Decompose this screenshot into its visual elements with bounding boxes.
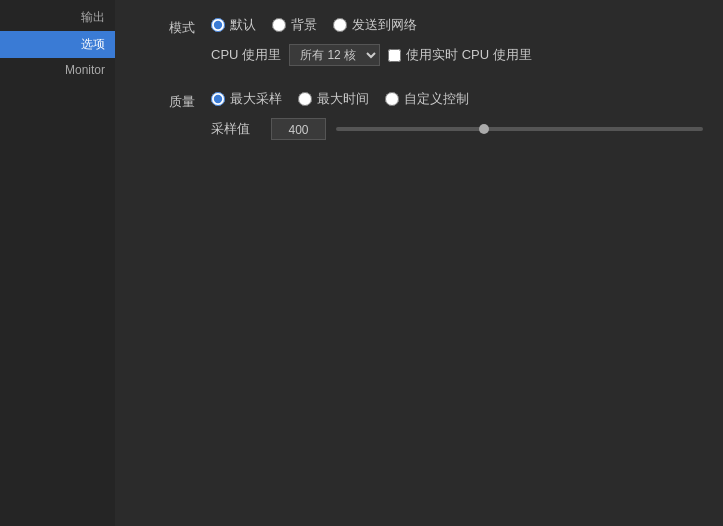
radio-max-sample[interactable]: 最大采样 (211, 90, 282, 108)
mode-label: 模式 (135, 16, 195, 37)
radio-background[interactable]: 背景 (272, 16, 317, 34)
sidebar: 输出 选项 Monitor (0, 0, 115, 526)
cpu-cores-select[interactable]: 所有 12 核 (289, 44, 380, 66)
realtime-cpu-label: 使用实时 CPU 使用里 (406, 46, 532, 64)
radio-default[interactable]: 默认 (211, 16, 256, 34)
app-container: 输出 选项 Monitor 模式 默认 (0, 0, 723, 526)
quality-section: 质量 最大采样 最大时间 自定义控制 (135, 90, 703, 140)
sampling-label: 采样值 (211, 120, 261, 138)
sampling-slider[interactable] (336, 127, 703, 131)
mode-section: 模式 默认 背景 发送到网络 (135, 16, 703, 66)
radio-max-time[interactable]: 最大时间 (298, 90, 369, 108)
quality-controls: 最大采样 最大时间 自定义控制 采样值 400 (211, 90, 703, 140)
sidebar-item-output[interactable]: 输出 (0, 4, 115, 31)
mode-radio-group: 默认 背景 发送到网络 (211, 16, 703, 34)
radio-network[interactable]: 发送到网络 (333, 16, 417, 34)
sampling-value: 400 (271, 118, 326, 140)
mode-controls: 默认 背景 发送到网络 CPU 使用里 所有 12 核 (211, 16, 703, 66)
main-content: 模式 默认 背景 发送到网络 (115, 0, 723, 526)
sampling-row: 采样值 400 (211, 118, 703, 140)
cpu-checkbox-area: 使用实时 CPU 使用里 (388, 46, 532, 64)
realtime-cpu-checkbox[interactable] (388, 49, 401, 62)
radio-custom-control[interactable]: 自定义控制 (385, 90, 469, 108)
sidebar-item-options[interactable]: 选项 (0, 31, 115, 58)
quality-radio-group: 最大采样 最大时间 自定义控制 (211, 90, 703, 108)
cpu-label: CPU 使用里 (211, 46, 281, 64)
sidebar-item-monitor[interactable]: Monitor (0, 58, 115, 82)
quality-label: 质量 (135, 90, 195, 111)
cpu-row: CPU 使用里 所有 12 核 使用实时 CPU 使用里 (211, 44, 703, 66)
